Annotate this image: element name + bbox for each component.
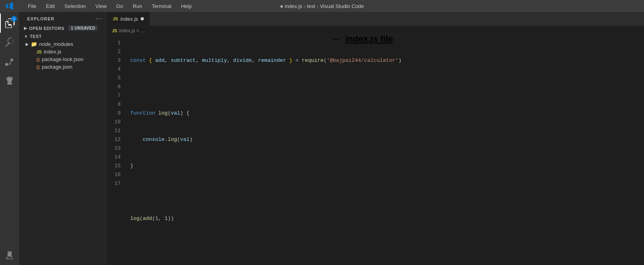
json-file-icon2: {} — [36, 65, 40, 69]
editor-area: ← index.js file JS index.js JS index.js … — [107, 12, 644, 265]
test-section[interactable]: ▼ Test — [19, 32, 107, 40]
breadcrumb-js-icon: JS — [112, 28, 117, 33]
tab-bar: JS index.js — [107, 12, 644, 26]
line-numbers: 1 2 3 4 5 6 7 8 9 10 11 12 13 14 15 16 1… — [107, 36, 127, 265]
index-js-label: index.js — [44, 49, 61, 55]
tree-item-index-js[interactable]: JS index.js — [22, 48, 107, 55]
activity-source-control[interactable] — [0, 52, 19, 71]
menu-edit[interactable]: Edit — [42, 2, 59, 10]
title-bar: File Edit Selection View Go Run Terminal… — [0, 0, 644, 12]
open-editors-label: Open Editors — [29, 26, 65, 31]
node-modules-chevron: ▶ — [26, 42, 29, 46]
tab-index-js[interactable]: JS index.js — [107, 12, 150, 26]
main-container: 1 Explorer ··· — [0, 12, 644, 265]
menu-bar: File Edit Selection View Go Run Terminal… — [24, 2, 196, 10]
package-lock-label: package-lock.json — [42, 56, 83, 62]
tree-item-package-lock[interactable]: {} package-lock.json — [22, 55, 107, 63]
sidebar-header: Explorer ··· — [19, 12, 107, 24]
sidebar: Explorer ··· ▶ Open Editors 1 Unsaved ▼ … — [19, 12, 107, 265]
code-content[interactable]: const { add, subtract, multiply, divide,… — [127, 36, 644, 265]
folder-icon: 📁 — [31, 41, 37, 47]
breadcrumb: JS index.js > ... — [107, 26, 644, 36]
activity-bar: 1 — [0, 12, 19, 265]
open-editors-chevron: ▶ — [24, 26, 28, 30]
source-control-badge: 1 — [11, 16, 17, 22]
activity-extensions[interactable] — [0, 246, 19, 265]
code-editor[interactable]: 1 2 3 4 5 6 7 8 9 10 11 12 13 14 15 16 1… — [107, 36, 644, 265]
tab-js-icon: JS — [113, 16, 118, 21]
tab-label: index.js — [120, 16, 138, 22]
tree-item-package-json[interactable]: {} package.json — [22, 63, 107, 71]
activity-search[interactable] — [0, 33, 19, 52]
test-chevron: ▼ — [24, 34, 28, 39]
json-file-icon: {} — [36, 57, 40, 62]
vscode-logo — [6, 2, 14, 10]
menu-run[interactable]: Run — [129, 2, 146, 10]
tree-item-node-modules[interactable]: ▶ 📁 node_modules — [22, 40, 107, 48]
menu-file[interactable]: File — [24, 2, 40, 10]
tab-modified-dot — [141, 17, 144, 20]
breadcrumb-text: index.js > ... — [119, 28, 144, 34]
activity-debug[interactable] — [0, 71, 19, 90]
menu-terminal[interactable]: Terminal — [148, 2, 175, 10]
menu-selection[interactable]: Selection — [60, 2, 89, 10]
unsaved-badge: 1 Unsaved — [68, 26, 97, 31]
menu-help[interactable]: Help — [177, 2, 196, 10]
test-section-label: Test — [30, 34, 42, 39]
menu-go[interactable]: Go — [112, 2, 127, 10]
open-editors-section[interactable]: ▶ Open Editors 1 Unsaved — [19, 24, 107, 32]
activity-explorer[interactable]: 1 — [0, 14, 19, 33]
node-modules-label: node_modules — [39, 41, 73, 47]
sidebar-more-button[interactable]: ··· — [96, 15, 102, 22]
window-title: ● index.js - test - Visual Studio Code — [280, 3, 364, 9]
js-file-icon: JS — [36, 49, 42, 54]
menu-view[interactable]: View — [91, 2, 111, 10]
sidebar-title: Explorer — [27, 16, 55, 21]
file-tree: ▶ 📁 node_modules JS index.js {} package-… — [19, 40, 107, 71]
package-json-label: package.json — [42, 64, 73, 70]
